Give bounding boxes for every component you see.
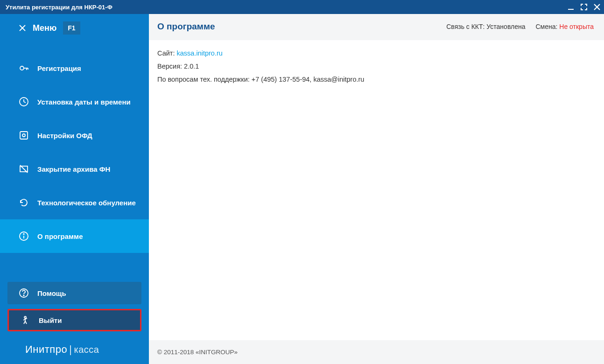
exit-button-label: Выйти — [39, 316, 62, 324]
content: О программе Связь с ККТ: Установлена Сме… — [149, 14, 604, 364]
content-panel: Сайт: kassa.initpro.ru Версия: 2.0.1 По … — [149, 40, 604, 340]
info-icon — [19, 231, 29, 241]
nav-item-label: Закрытие архива ФН — [37, 165, 110, 173]
svg-point-5 — [20, 66, 24, 70]
site-link[interactable]: kassa.initpro.ru — [177, 49, 223, 57]
svg-line-11 — [24, 102, 26, 103]
menu-label: Меню — [33, 23, 56, 33]
nav-item-about[interactable]: О программе — [0, 219, 149, 253]
menu-header: Меню F1 — [0, 14, 149, 42]
brand-main: Инитпро — [25, 343, 67, 355]
nav-item-archive-close[interactable]: Закрытие архива ФН — [0, 152, 149, 186]
key-icon — [19, 63, 29, 73]
nav-item-tech-reset[interactable]: Технологическое обнуление — [0, 186, 149, 219]
help-icon — [19, 288, 29, 298]
window-title: Утилита регистрации для НКР-01-Ф — [6, 4, 568, 11]
nav: Регистрация Установка даты и времени Нас… — [0, 42, 149, 282]
menu-shortcut: F1 — [63, 21, 80, 35]
help-button-label: Помощь — [37, 289, 66, 297]
shift-status-label: Смена: — [535, 23, 557, 30]
svg-rect-12 — [20, 132, 28, 139]
svg-point-13 — [22, 134, 25, 137]
site-label: Сайт: — [157, 49, 175, 57]
maximize-icon[interactable] — [581, 4, 587, 10]
support-text: По вопросам тех. поддержки: +7 (495) 137… — [157, 76, 596, 83]
nav-item-label: Технологическое обнуление — [37, 199, 136, 207]
nav-item-label: Настройки ОФД — [37, 132, 92, 140]
kkt-status-label: Связь с ККТ: — [446, 23, 485, 30]
exit-button[interactable]: Выйти — [7, 309, 141, 331]
menu-close-icon[interactable] — [19, 24, 26, 32]
version-label: Версия: — [157, 63, 182, 70]
nav-item-label: Регистрация — [37, 64, 81, 72]
minimize-icon[interactable] — [568, 4, 574, 10]
footer: © 2011-2018 «INITGROUP» — [149, 340, 604, 364]
titlebar: Утилита регистрации для НКР-01-Ф — [0, 0, 604, 14]
reset-icon — [19, 197, 29, 208]
svg-point-21 — [24, 316, 26, 318]
nav-item-label: О программе — [37, 232, 83, 240]
settings-icon — [19, 130, 29, 140]
nav-item-datetime[interactable]: Установка даты и времени — [0, 85, 149, 119]
close-icon[interactable] — [594, 4, 600, 10]
svg-point-20 — [23, 295, 24, 296]
nav-item-registration[interactable]: Регистрация — [0, 51, 149, 85]
shift-status-value: Не открыта — [559, 23, 594, 30]
nav-item-label: Установка даты и времени — [37, 98, 131, 106]
nav-item-ofd-settings[interactable]: Настройки ОФД — [0, 119, 149, 152]
brand-sub: касса — [74, 344, 99, 355]
status-bar: Связь с ККТ: Установлена Смена: Не откры… — [446, 23, 594, 30]
exit-icon — [20, 315, 30, 325]
version-value: 2.0.1 — [184, 63, 199, 70]
kkt-status-value: Установлена — [486, 23, 525, 30]
clock-icon — [19, 97, 29, 107]
archive-icon — [19, 164, 29, 174]
sidebar: Меню F1 Регистрация Установка даты и вре… — [0, 14, 149, 364]
help-button[interactable]: Помощь — [7, 282, 141, 304]
page-title: О программе — [157, 21, 446, 32]
brand: Инитпро|касса — [0, 335, 149, 364]
svg-point-18 — [23, 234, 24, 235]
